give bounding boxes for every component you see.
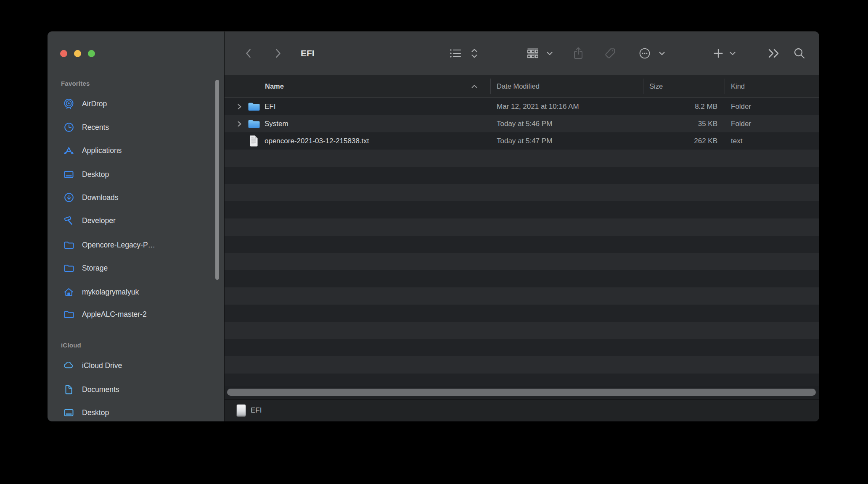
table-row[interactable]: System Today at 5:46 PM 35 KB Folder (225, 115, 819, 132)
column-resize-handle[interactable] (725, 79, 725, 94)
column-header-kind[interactable]: Kind (731, 75, 745, 97)
minimize-button[interactable] (74, 50, 81, 57)
folder-icon (63, 239, 74, 251)
sidebar-item-label: Storage (82, 264, 108, 273)
file-kind: Folder (731, 115, 751, 132)
sidebar-item-downloads[interactable]: Downloads (48, 186, 224, 209)
sidebar-item-storage[interactable]: Storage (48, 256, 224, 280)
disk-icon (237, 405, 246, 416)
column-resize-handle[interactable] (490, 79, 491, 94)
text-file-icon (249, 132, 259, 150)
desktop-icon (63, 169, 74, 180)
sidebar-item-opencore-legacy[interactable]: Opencore-Legacy-P… (48, 233, 224, 257)
app-store-icon (63, 145, 74, 156)
table-row[interactable]: EFI Mar 12, 2021 at 10:16 AM 8.2 MB Fold… (225, 98, 819, 115)
sidebar-item-label: AirDrop (82, 100, 107, 108)
list-view-icon[interactable] (449, 32, 462, 75)
airdrop-icon (63, 98, 74, 110)
column-header-name[interactable]: Name (265, 75, 284, 97)
sidebar-section-icloud-label: iCloud (61, 342, 81, 349)
sidebar-item-recents[interactable]: Recents (48, 116, 224, 139)
finder-window: Favorites AirDrop Recents (48, 32, 819, 421)
status-location-label: EFI (251, 406, 262, 415)
clock-icon (63, 122, 74, 133)
file-name: System (265, 115, 288, 132)
forward-button[interactable] (273, 32, 283, 75)
folder-icon (248, 115, 260, 132)
sidebar-item-icloud-desktop[interactable]: Desktop (48, 401, 224, 421)
sidebar-item-applications[interactable]: Applications (48, 139, 224, 162)
file-kind: text (731, 132, 742, 150)
sidebar-item-desktop[interactable]: Desktop (48, 163, 224, 186)
sidebar-item-airdrop[interactable]: AirDrop (48, 92, 224, 116)
tag-icon[interactable] (604, 32, 617, 75)
sidebar-item-icloud-drive[interactable]: iCloud Drive (48, 354, 224, 377)
sidebar: Favorites AirDrop Recents (48, 32, 224, 421)
file-date: Today at 5:46 PM (497, 115, 552, 132)
search-icon[interactable] (793, 32, 806, 75)
sidebar-item-developer[interactable]: Developer (48, 209, 224, 232)
sidebar-item-label: Applications (82, 146, 122, 155)
sidebar-item-label: Documents (82, 385, 119, 394)
sidebar-item-label: Desktop (82, 170, 109, 179)
file-name: opencore-2021-03-12-215838.txt (265, 132, 369, 150)
group-view-chevron-icon[interactable] (546, 32, 553, 75)
back-button[interactable] (244, 32, 253, 75)
cloud-icon (63, 360, 74, 371)
window-controls (60, 50, 95, 57)
sidebar-section-favorites-label: Favorites (61, 80, 90, 87)
file-list: EFI Mar 12, 2021 at 10:16 AM 8.2 MB Fold… (225, 98, 819, 386)
close-button[interactable] (60, 50, 67, 57)
sidebar-item-label: AppleALC-master-2 (82, 310, 147, 319)
column-header-size[interactable]: Size (649, 75, 663, 97)
overflow-chevrons-icon[interactable] (767, 32, 781, 75)
sidebar-item-label: mykolagrymalyuk (82, 288, 139, 297)
sort-ascending-icon (471, 84, 478, 89)
sidebar-item-label: iCloud Drive (82, 361, 122, 370)
sidebar-item-applealc[interactable]: AppleALC-master-2 (48, 302, 224, 326)
file-date: Today at 5:47 PM (497, 132, 552, 150)
sidebar-item-label: Downloads (82, 193, 119, 202)
main-panel: EFI (225, 32, 819, 421)
column-header-date-modified[interactable]: Date Modified (497, 75, 540, 97)
zoom-button[interactable] (88, 50, 95, 57)
share-icon[interactable] (572, 32, 584, 75)
sidebar-item-documents[interactable]: Documents (48, 378, 224, 401)
window-title: EFI (301, 32, 315, 75)
sort-control-icon[interactable] (470, 32, 479, 75)
status-bar: EFI (225, 399, 819, 421)
download-circle-icon (63, 192, 74, 203)
disclosure-chevron-icon[interactable] (237, 98, 242, 115)
folder-icon (248, 98, 260, 115)
horizontal-scrollbar[interactable] (227, 389, 816, 396)
sidebar-item-label: Developer (82, 216, 116, 225)
file-date: Mar 12, 2021 at 10:16 AM (497, 98, 579, 115)
sidebar-item-label: Recents (82, 123, 109, 132)
sidebar-item-home[interactable]: mykolagrymalyuk (48, 280, 224, 304)
column-resize-handle[interactable] (643, 79, 643, 94)
more-actions-icon[interactable] (639, 32, 651, 75)
hammer-icon (63, 215, 74, 226)
file-kind: Folder (731, 98, 751, 115)
table-row[interactable]: opencore-2021-03-12-215838.txt Today at … (225, 132, 819, 150)
list-header: Name Date Modified Size Kind (225, 75, 819, 98)
add-chevron-icon[interactable] (729, 32, 736, 75)
home-icon (63, 287, 74, 298)
file-size: 262 KB (645, 132, 717, 150)
toolbar: EFI (225, 32, 819, 75)
sidebar-item-label: Desktop (82, 408, 109, 417)
document-icon (63, 384, 74, 395)
file-name: EFI (265, 98, 275, 115)
file-size: 8.2 MB (645, 98, 717, 115)
folder-icon (63, 263, 74, 274)
sidebar-item-label: Opencore-Legacy-P… (82, 241, 155, 250)
more-actions-chevron-icon[interactable] (659, 32, 665, 75)
desktop-icon (63, 407, 74, 418)
file-size: 35 KB (645, 115, 717, 132)
disclosure-chevron-icon[interactable] (237, 115, 242, 132)
sidebar-scrollbar[interactable] (215, 80, 219, 280)
folder-icon (63, 309, 74, 320)
group-view-icon[interactable] (527, 32, 539, 75)
add-icon[interactable] (713, 32, 723, 75)
